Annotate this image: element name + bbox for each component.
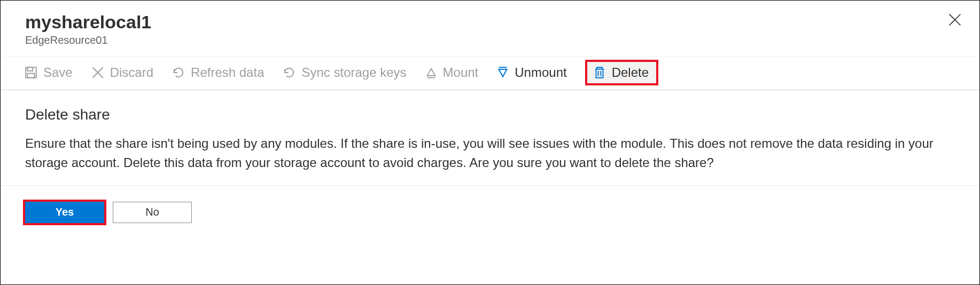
toolbar-label: Mount — [443, 65, 479, 80]
sync-button: Sync storage keys — [282, 65, 406, 80]
toolbar: Save Discard Refresh data Sync storage k… — [1, 56, 979, 90]
dialog-content: Delete share Ensure that the share isn't… — [1, 90, 979, 186]
yes-button[interactable]: Yes — [25, 202, 104, 223]
toolbar-label: Discard — [110, 65, 153, 80]
toolbar-label: Sync storage keys — [301, 65, 406, 80]
svg-rect-1 — [28, 67, 33, 71]
close-icon — [947, 20, 962, 29]
refresh-button: Refresh data — [172, 65, 264, 80]
delete-button[interactable]: Delete — [585, 60, 658, 85]
toolbar-label: Refresh data — [191, 65, 264, 80]
header: mysharelocal1 EdgeResource01 — [1, 1, 979, 51]
toolbar-label: Delete — [612, 65, 649, 80]
refresh-icon — [172, 66, 185, 80]
unmount-icon — [496, 66, 509, 79]
mount-button: Mount — [425, 65, 479, 80]
toolbar-label: Unmount — [515, 65, 566, 80]
mount-icon — [425, 66, 438, 79]
toolbar-label: Save — [43, 65, 73, 80]
unmount-button[interactable]: Unmount — [496, 65, 566, 80]
discard-icon — [91, 66, 105, 80]
save-button: Save — [24, 65, 73, 80]
trash-icon — [593, 66, 606, 80]
close-button[interactable] — [947, 12, 962, 29]
dialog-actions: Yes No — [1, 186, 979, 239]
page-title: mysharelocal1 — [25, 11, 958, 33]
sync-icon — [282, 66, 296, 80]
no-button[interactable]: No — [113, 202, 192, 223]
breadcrumb: EdgeResource01 — [25, 34, 958, 46]
dialog-message: Ensure that the share isn't being used b… — [25, 134, 939, 172]
save-icon — [24, 66, 38, 80]
discard-button: Discard — [91, 65, 153, 80]
svg-rect-2 — [28, 73, 35, 77]
dialog-title: Delete share — [25, 106, 955, 123]
